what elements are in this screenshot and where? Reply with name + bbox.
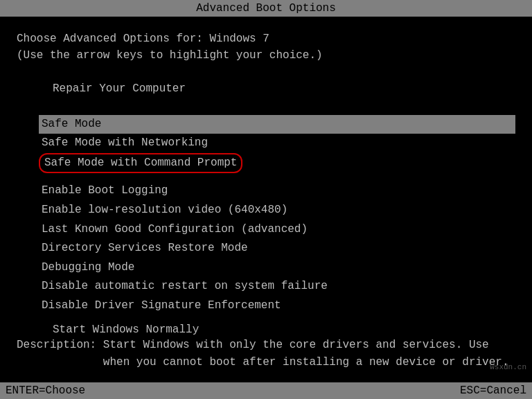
menu-item-last-known-good-label: Last Known Good Configuration (advanced) <box>42 223 308 236</box>
header-line2: (Use the arrow keys to highlight your ch… <box>17 47 515 64</box>
boot-options-menu: Safe Mode Safe Mode with Networking Safe… <box>17 115 515 316</box>
menu-item-debugging-mode[interactable]: Debugging Mode <box>39 258 515 278</box>
menu-item-last-known-good[interactable]: Last Known Good Configuration (advanced) <box>39 220 515 240</box>
menu-item-disable-driver-sig-label: Disable Driver Signature Enforcement <box>42 299 281 312</box>
menu-item-safe-mode-command-prompt[interactable]: Safe Mode with Command Prompt <box>39 153 515 174</box>
menu-item-debugging-mode-label: Debugging Mode <box>42 261 134 274</box>
menu-item-enable-boot-logging[interactable]: Enable Boot Logging <box>39 181 515 201</box>
menu-item-safe-mode[interactable]: Safe Mode <box>39 115 515 134</box>
menu-item-disable-driver-sig[interactable]: Disable Driver Signature Enforcement <box>39 296 515 316</box>
menu-item-disable-restart[interactable]: Disable automatic restart on system fail… <box>39 277 515 296</box>
menu-item-enable-boot-logging-label: Enable Boot Logging <box>42 184 168 197</box>
title-text: Advanced Boot Options <box>196 2 336 15</box>
header-section: Choose Advanced Options for: Windows 7 (… <box>17 30 515 64</box>
menu-item-enable-low-res-label: Enable low-resolution video (640x480) <box>42 204 287 216</box>
title-bar: Advanced Boot Options <box>0 0 532 17</box>
menu-item-directory-services-label: Directory Services Restore Mode <box>42 242 248 254</box>
esc-cancel-label: ESC=Cancel <box>460 384 526 397</box>
menu-item-safe-mode-networking-label: Safe Mode with Networking <box>42 136 208 149</box>
main-content: Choose Advanced Options for: Windows 7 (… <box>0 17 532 339</box>
start-normally-label: Start Windows Normally <box>53 323 199 336</box>
watermark: wsxdn.cn <box>490 363 526 371</box>
enter-choose-label: ENTER=Choose <box>6 384 85 397</box>
description-line1: Description: Start Windows with only the… <box>17 337 515 354</box>
menu-item-directory-services[interactable]: Directory Services Restore Mode <box>39 239 515 258</box>
header-line1: Choose Advanced Options for: Windows 7 <box>17 30 515 47</box>
repair-computer-label: Repair Your Computer <box>53 82 186 95</box>
menu-item-disable-restart-label: Disable automatic restart on system fail… <box>42 280 328 292</box>
menu-item-enable-low-res[interactable]: Enable low-resolution video (640x480) <box>39 201 515 220</box>
menu-item-safe-mode-networking[interactable]: Safe Mode with Networking <box>39 134 515 153</box>
description-line2: when you cannot boot after installing a … <box>17 354 515 371</box>
repair-computer-item[interactable]: Repair Your Computer <box>53 80 515 98</box>
menu-item-safe-mode-label: Safe Mode <box>42 118 101 130</box>
description-section: Description: Start Windows with only the… <box>0 337 532 371</box>
bottom-bar: ENTER=Choose ESC=Cancel <box>0 382 532 399</box>
start-normally-item[interactable]: Start Windows Normally <box>53 321 515 339</box>
menu-item-safe-mode-command-prompt-label: Safe Mode with Command Prompt <box>39 153 242 174</box>
